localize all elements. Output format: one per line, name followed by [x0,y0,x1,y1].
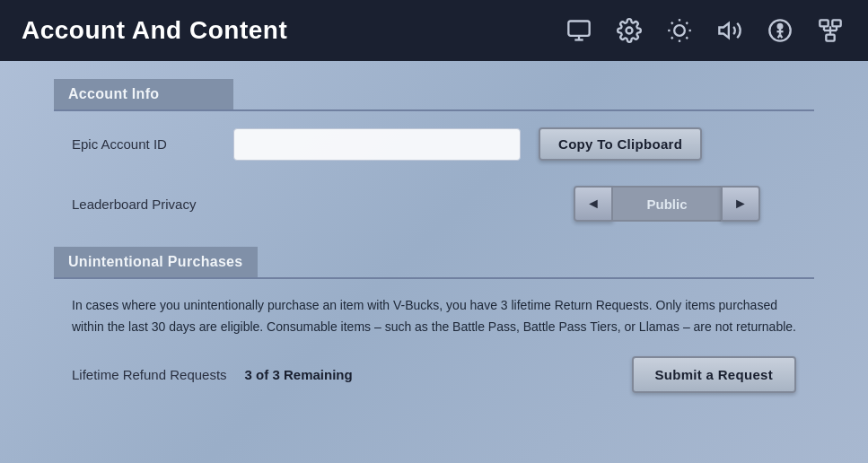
account-info-section: Account Info Epic Account ID Copy To Cli… [54,79,814,238]
svg-point-15 [778,24,783,29]
account-info-header: Account Info [54,79,233,109]
page-title: Account And Content [22,16,563,45]
unintentional-purchases-section: Unintentional Purchases In cases where y… [54,247,814,409]
leaderboard-label: Leaderboard Privacy [72,197,215,212]
settings-icon[interactable] [613,14,645,47]
svg-line-8 [686,37,688,39]
svg-marker-13 [719,23,729,38]
network-icon[interactable] [814,14,846,47]
monitor-icon[interactable] [563,14,595,47]
header-icons [563,14,846,47]
privacy-right-arrow[interactable]: ► [721,186,760,222]
svg-rect-0 [568,22,589,36]
refund-remaining: 3 of 3 Remaining [245,367,353,382]
svg-point-4 [674,25,685,36]
accessibility-icon[interactable] [764,14,796,47]
volume-icon[interactable] [714,14,746,47]
svg-rect-21 [832,20,840,26]
svg-rect-22 [826,35,834,41]
privacy-value: Public [613,186,721,222]
account-id-field [233,128,521,161]
purchases-body: In cases where you unintentionally purch… [54,279,814,409]
copy-to-clipboard-button[interactable]: Copy To Clipboard [539,127,702,161]
epic-id-label: Epic Account ID [72,136,215,152]
refund-label: Lifetime Refund Requests [72,367,227,382]
svg-line-12 [686,22,688,24]
privacy-controls: ◄ Public ► [574,186,760,222]
epic-account-id-row: Epic Account ID Copy To Clipboard [54,111,814,177]
privacy-left-arrow[interactable]: ◄ [574,186,613,222]
purchases-description: In cases where you unintentionally purch… [72,295,796,338]
svg-line-19 [780,35,782,39]
svg-line-11 [671,37,673,39]
main-content: Account Info Epic Account ID Copy To Cli… [0,61,868,427]
svg-rect-20 [820,20,828,26]
purchases-header: Unintentional Purchases [54,247,258,277]
svg-line-7 [671,22,673,24]
header: Account And Content [0,0,868,61]
brightness-icon[interactable] [663,14,696,47]
leaderboard-privacy-row: Leaderboard Privacy ◄ Public ► [54,177,814,238]
refund-row: Lifetime Refund Requests 3 of 3 Remainin… [72,356,796,393]
svg-point-3 [627,28,633,34]
submit-request-button[interactable]: Submit a Request [632,356,797,393]
